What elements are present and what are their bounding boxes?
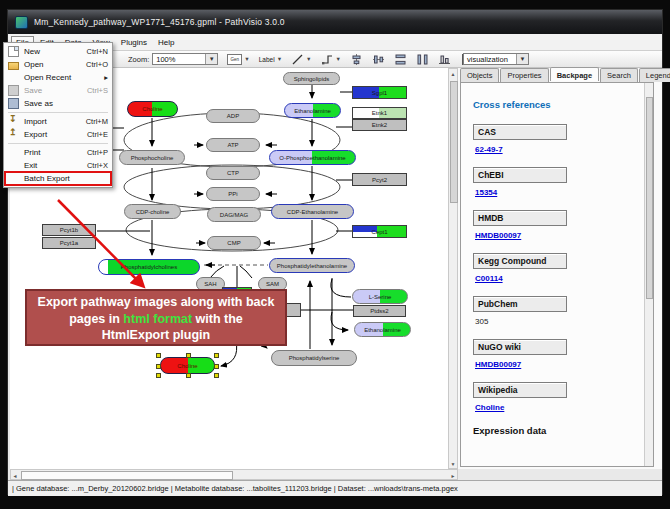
align-bottom-button[interactable] — [438, 53, 451, 66]
section-header-pubchem[interactable]: PubChem — [473, 296, 567, 312]
menu-item-save-as[interactable]: Save as — [5, 97, 111, 110]
tab-backpage[interactable]: Backpage — [550, 67, 599, 81]
node-etnk1[interactable]: Etnk1 — [352, 107, 407, 119]
node-cmp[interactable]: CMP — [207, 236, 261, 250]
crossref-link[interactable]: 62-49-7 — [475, 145, 503, 154]
align-middle-button[interactable] — [372, 53, 385, 66]
crossref-link[interactable]: HMDB00097 — [475, 231, 521, 240]
scrollbar-thumb[interactable] — [450, 81, 458, 203]
scroll-right-icon[interactable]: ► — [449, 471, 457, 480]
node-cdp-ethanolamine[interactable]: CDP-Ethanolamine — [271, 204, 354, 219]
chevron-down-icon[interactable]: ▼ — [205, 54, 217, 64]
label-tool[interactable]: Label ▼ — [259, 56, 282, 63]
panel-vertical-scrollbar[interactable] — [644, 83, 653, 466]
crossref-link[interactable]: C00114 — [475, 274, 503, 283]
chevron-down-icon[interactable]: ▼ — [244, 56, 249, 62]
section-header-kegg-compound[interactable]: Kegg Compound — [473, 253, 567, 269]
chevron-down-icon[interactable]: ▼ — [306, 56, 311, 62]
node-dag-mag[interactable]: DAG/MAG — [207, 207, 261, 222]
node-phosphatidylserine[interactable]: Phosphatidylserine — [271, 350, 357, 366]
crossref-link[interactable]: HMDB00097 — [475, 360, 521, 369]
file-menu: NewCtrl+NOpenCtrl+OOpen Recent▸SaveCtrl+… — [3, 42, 113, 188]
callout-line: HtmlExport plugin — [27, 327, 285, 344]
menu-item-print[interactable]: PrintCtrl+P — [5, 146, 111, 159]
node-ethanolamine[interactable]: Ethanolamine — [284, 103, 341, 118]
selection-handle[interactable] — [214, 353, 219, 358]
node-phosphatidylcholines[interactable]: Phosphatidylcholines — [98, 259, 200, 275]
crossref-link[interactable]: Choline — [475, 403, 504, 412]
gene-product-tool[interactable]: Gen ▼ — [227, 54, 249, 65]
distribute-horizontal-button[interactable] — [394, 53, 407, 66]
menu-item-new[interactable]: NewCtrl+N — [5, 45, 111, 58]
chevron-down-icon[interactable]: ▼ — [336, 56, 341, 62]
scrollbar-thumb[interactable] — [646, 97, 653, 299]
visualization-combobox[interactable]: visualization ▼ — [463, 53, 529, 65]
section-header-nugo-wiki[interactable]: NuGO wiki — [473, 339, 567, 355]
node-sgpl1[interactable]: Sgpl1 — [352, 86, 407, 99]
node-atp[interactable]: ATP — [206, 138, 260, 152]
menu-item-open[interactable]: OpenCtrl+O — [5, 58, 111, 71]
scroll-down-icon[interactable]: ▼ — [449, 459, 457, 468]
node-ptdss2[interactable]: Ptdss2 — [353, 305, 406, 317]
tab-legend[interactable]: Legend — [639, 68, 670, 82]
chevron-down-icon[interactable]: ▼ — [516, 54, 528, 64]
node-pcyt1b[interactable]: Pcyt1b — [42, 224, 96, 236]
selection-handle[interactable] — [214, 373, 219, 378]
node-adp[interactable]: ADP — [206, 109, 260, 123]
label-tool-text: Label — [259, 56, 275, 63]
node-pcyt1a[interactable]: Pcyt1a — [42, 237, 96, 249]
menu-item-export[interactable]: ExportCtrl+E — [5, 128, 111, 141]
node-ethanolamine[interactable]: Ethanolamine — [354, 322, 411, 337]
node-ppi[interactable]: PPi — [206, 187, 260, 201]
canvas-horizontal-scrollbar[interactable]: ◄ ► — [10, 469, 458, 480]
distribute-vertical-button[interactable] — [416, 53, 429, 66]
line-tool[interactable]: ▼ — [291, 53, 311, 66]
node-sphingolipids[interactable]: Sphingolipids — [283, 72, 340, 85]
selection-handle[interactable] — [186, 353, 191, 358]
tab-properties[interactable]: Properties — [500, 68, 548, 82]
section-header-wikipedia[interactable]: Wikipedia — [473, 382, 567, 398]
section-header-hmdb[interactable]: HMDB — [473, 210, 567, 226]
scroll-left-icon[interactable]: ◄ — [11, 471, 19, 480]
node-o-phosphoethanolamine[interactable]: O-Phosphoethanolamine — [269, 150, 356, 165]
node-choline[interactable]: Choline — [127, 101, 178, 117]
node-pcyt2[interactable]: Pcyt2 — [352, 173, 407, 186]
node-l-serine[interactable]: L-Serine — [352, 289, 408, 304]
crossref-link[interactable]: 15354 — [475, 188, 497, 197]
menubar-item-plugins[interactable]: Plugins — [116, 36, 152, 49]
menu-item-import[interactable]: ImportCtrl+M — [5, 115, 111, 128]
section-header-cas[interactable]: CAS — [473, 124, 567, 140]
node-cept1[interactable]: Cept1 — [352, 225, 407, 238]
tab-objects[interactable]: Objects — [460, 68, 499, 82]
node-ctp[interactable]: CTP — [206, 166, 260, 180]
chevron-down-icon[interactable]: ▼ — [277, 56, 282, 62]
node-phosphocholine[interactable]: Phosphocholine — [119, 150, 185, 165]
align-center-button[interactable] — [350, 53, 363, 66]
menu-item-shortcut: Ctrl+O — [86, 60, 108, 69]
selection-handle[interactable] — [156, 373, 161, 378]
selection-handle[interactable] — [156, 364, 161, 369]
node-cdp-choline[interactable]: CDP-choline — [124, 204, 181, 219]
menubar-item-help[interactable]: Help — [153, 36, 179, 49]
node-etnk2[interactable]: Etnk2 — [352, 119, 407, 131]
menu-item-save[interactable]: SaveCtrl+S — [5, 84, 111, 97]
selection-handle[interactable] — [156, 353, 161, 358]
node-phosphatidylethanolamine[interactable]: Phosphatidylethanolamine — [269, 258, 355, 273]
callout-text: html format — [123, 312, 192, 326]
connector-tool[interactable]: ▼ — [321, 53, 341, 66]
node-choline[interactable]: Choline — [160, 357, 215, 374]
menu-item-exit[interactable]: ExitCtrl+X — [5, 159, 111, 172]
align-middle-icon — [372, 53, 385, 66]
selection-handle[interactable] — [186, 373, 191, 378]
menu-item-batch-export[interactable]: Batch Export — [5, 172, 111, 185]
menu-item-open-recent[interactable]: Open Recent▸ — [5, 71, 111, 84]
section-header-chebi[interactable]: ChEBI — [473, 167, 567, 183]
tab-search[interactable]: Search — [600, 68, 638, 82]
title-bar[interactable]: Mm_Kennedy_pathway_WP1771_45176.gpml - P… — [8, 10, 662, 34]
zoom-combobox[interactable]: 100% ▼ — [152, 53, 218, 65]
scrollbar-thumb[interactable] — [21, 471, 233, 480]
scroll-up-icon[interactable]: ▲ — [449, 69, 457, 78]
section-value-wikipedia: Choline — [475, 403, 653, 412]
selection-handle[interactable] — [214, 364, 219, 369]
canvas-vertical-scrollbar[interactable]: ▲ ▼ — [448, 68, 458, 469]
